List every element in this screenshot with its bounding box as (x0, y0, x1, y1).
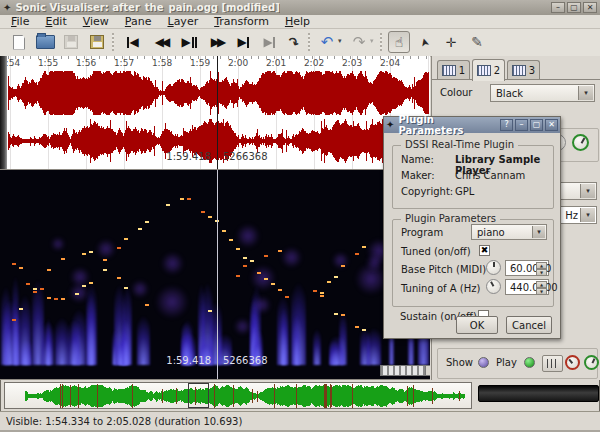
redo-icon: ↷ (353, 33, 366, 51)
close-icon[interactable]: ✕ (545, 119, 558, 131)
play-led-toggle[interactable] (524, 357, 535, 368)
pane-tab-1[interactable]: 1 (437, 60, 470, 80)
base-pitch-label: Base Pitch (MIDI) (401, 264, 486, 275)
menu-transform[interactable]: Transform (207, 15, 276, 28)
play-pause-button[interactable]: ▶ (178, 31, 200, 53)
menu-help[interactable]: Help (278, 15, 317, 28)
chevron-down-icon[interactable]: ▾ (580, 184, 595, 198)
zoom-reset-button[interactable] (425, 365, 430, 376)
ruler-label: 1:56 (76, 58, 96, 68)
visible-region-rect[interactable] (188, 383, 209, 408)
pane-tab-2[interactable]: 2 (472, 59, 505, 81)
undo-icon: ↶ (321, 33, 334, 51)
maximize-icon[interactable]: ▢ (530, 119, 543, 131)
base-pitch-knob[interactable] (486, 260, 501, 275)
tuning-a-knob[interactable] (486, 279, 501, 294)
spin-up-icon[interactable]: ▲ (536, 262, 547, 269)
waveform-channel-1 (8, 70, 429, 116)
redo-button[interactable]: ↷ (348, 31, 370, 53)
play-selection-button[interactable]: ▶ (258, 31, 280, 53)
open-button[interactable] (34, 31, 56, 53)
colour-combobox[interactable]: Black ▾ (490, 84, 595, 102)
undo-dropdown-icon[interactable]: ▾ (338, 37, 342, 45)
program-combobox[interactable]: piano ▾ (471, 224, 547, 240)
minimize-icon[interactable]: – (515, 119, 528, 131)
show-led-toggle[interactable] (478, 357, 489, 368)
pan-knob[interactable] (572, 134, 589, 151)
pane-tab-3[interactable]: 3 (507, 60, 540, 80)
copyright-value: GPL (455, 186, 474, 197)
ruler-label: 2:02 (304, 58, 324, 68)
pause-bar-icon (192, 37, 194, 48)
ffwd-to-end-button[interactable]: ▶ (232, 31, 254, 53)
save-icon (64, 35, 78, 49)
menu-edit[interactable]: Edit (38, 15, 73, 28)
open-folder-icon (36, 35, 55, 49)
playback-gain-knob[interactable] (565, 355, 580, 370)
navigate-tool-button[interactable]: ☝ (388, 31, 410, 53)
pencil-icon: ✎ (471, 34, 483, 50)
menu-view[interactable]: View (76, 15, 116, 28)
toolbar-separator (380, 33, 382, 51)
tuning-a-spinbox[interactable]: 440.0000 ▲▼ (505, 279, 549, 295)
chevron-down-icon[interactable]: ▾ (532, 226, 545, 238)
dssi-plugin-group: DSSI Real-Time Plugin Name: Library Samp… (392, 145, 554, 209)
tab-label: 3 (529, 65, 535, 76)
zoom-thumbwheel[interactable] (380, 365, 426, 376)
tab-divider (432, 79, 600, 80)
play-selection-icon: ▶ (263, 36, 272, 48)
base-pitch-spinbox[interactable]: 60.0000 ▲▼ (505, 260, 549, 276)
fast-forward-button[interactable]: ▶▶ (206, 31, 228, 53)
spin-down-icon[interactable]: ▼ (536, 269, 547, 276)
save-button[interactable] (60, 31, 82, 53)
move-tool-button[interactable]: ✛ (440, 31, 462, 53)
select-tool-button[interactable]: ➤ (414, 31, 436, 53)
group-title: DSSI Real-Time Plugin (401, 139, 518, 150)
pause-bar-icon (195, 37, 197, 48)
rewind-to-start-button[interactable]: ◀ (122, 31, 144, 53)
show-play-frame: Show Play (437, 348, 598, 379)
plugin-parameters-dialog: ✦ Plugin Parameters ? – ▢ ✕ DSSI Real-Ti… (383, 116, 561, 339)
ffwd-icon: ▶▶ (211, 36, 223, 48)
maker-value: Chris Cannam (455, 170, 525, 181)
new-session-button[interactable] (8, 31, 30, 53)
pane-thumbnail-icon (442, 65, 456, 76)
help-icon[interactable]: ? (500, 119, 513, 131)
group-title: Plugin Parameters (401, 213, 500, 224)
cancel-label: Cancel (512, 320, 546, 331)
close-icon[interactable]: ✕ (583, 2, 597, 13)
maker-label: Maker: (401, 170, 435, 181)
play-loop-button[interactable]: ↷ (282, 31, 304, 53)
sonic-visualiser-window: ✦ Sonic Visualiser: after_the_pain.ogg [… (0, 0, 600, 432)
menu-file[interactable]: File (4, 15, 36, 28)
move-icon: ✛ (446, 35, 457, 50)
dialog-icon: ✦ (386, 120, 394, 130)
import-button[interactable] (86, 31, 108, 53)
menu-pane[interactable]: Pane (118, 15, 159, 28)
time-ruler (0, 56, 430, 59)
rewind-button[interactable]: ◀◀ (150, 31, 172, 53)
ffwd-end-bar-icon (247, 37, 249, 48)
tuned-checkbox[interactable]: ✖ (479, 245, 490, 256)
menu-layer[interactable]: Layer (160, 15, 205, 28)
ok-button[interactable]: OK (456, 316, 498, 334)
equalizer-button[interactable] (542, 355, 563, 372)
cancel-button[interactable]: Cancel (506, 316, 552, 334)
chevron-down-icon[interactable]: ▾ (580, 208, 595, 222)
chevron-down-icon[interactable]: ▾ (578, 86, 593, 100)
horizontal-scrollbar[interactable] (478, 385, 599, 402)
spectrogram-pane[interactable]: 1:59.418 5266368 (0, 170, 430, 380)
maximize-icon[interactable]: ▢ (567, 2, 581, 13)
cursor-frame-readout: 5266368 (223, 151, 268, 162)
overview-panner[interactable] (4, 382, 472, 409)
spin-up-icon[interactable]: ▲ (536, 281, 547, 288)
dialog-title-bar[interactable]: ✦ Plugin Parameters ? – ▢ ✕ (384, 117, 560, 133)
redo-dropdown-icon[interactable]: ▾ (370, 37, 374, 45)
playback-pan-knob[interactable] (584, 355, 599, 370)
minimize-icon[interactable]: – (551, 2, 565, 13)
spin-down-icon[interactable]: ▼ (536, 288, 547, 295)
undo-button[interactable]: ↶ (316, 31, 338, 53)
title-bar[interactable]: ✦ Sonic Visualiser: after_the_pain.ogg [… (0, 0, 600, 15)
waveform-pane[interactable]: 1:54 1:55 1:56 1:57 1:58 1:59 2:00 2:01 … (0, 56, 430, 170)
edit-tool-button[interactable]: ✎ (466, 31, 488, 53)
